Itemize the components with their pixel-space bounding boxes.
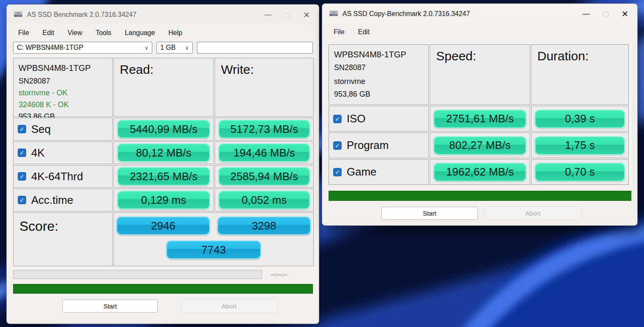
menu-view[interactable]: View <box>63 27 86 39</box>
check-icon: ✓ <box>335 169 340 176</box>
test-size-select[interactable]: 1 GB ∨ <box>156 42 193 54</box>
minimize-button[interactable]: — <box>258 7 278 22</box>
program-duration-cell: 1,75 s <box>531 132 629 158</box>
drive-select[interactable]: C: WPBSN4M8-1TGP ∨ <box>13 42 152 54</box>
iso-speed-value: 2751,61 MB/s <box>434 110 526 128</box>
close-button[interactable]: ✕ <box>615 6 635 22</box>
drive-info-panel: WPBSN4M8-1TGP SN28087 stornvme - OK 3246… <box>13 58 113 117</box>
maximize-button[interactable]: ▢ <box>278 7 297 22</box>
start-button[interactable]: Start <box>62 300 158 313</box>
duration-column-header: Duration: <box>531 44 629 105</box>
svg-text:AS: AS <box>332 11 335 14</box>
4k64-row-label-cell: ✓ 4K-64Thrd <box>13 165 113 188</box>
4k64-read-value: 2321,65 MB/s <box>117 167 210 186</box>
window-title: AS SSD Copy-Benchmark 2.0.7316.34247 <box>342 10 577 18</box>
close-icon: ✕ <box>303 10 310 20</box>
test-size-value: 1 GB <box>160 44 175 51</box>
program-duration-value: 1,75 s <box>535 136 625 155</box>
4k64-write-cell: 2585,94 MB/s <box>215 165 314 188</box>
4k64-label: 4K-64Thrd <box>31 170 83 183</box>
4k-label: 4K <box>31 146 45 159</box>
menu-edit[interactable]: Edit <box>38 27 59 39</box>
menu-file[interactable]: File <box>329 26 349 38</box>
minimize-button[interactable]: — <box>577 6 596 22</box>
comment-input[interactable] <box>197 42 313 54</box>
chevron-down-icon: ∨ <box>141 45 148 51</box>
4k-checkbox[interactable]: ✓ <box>18 149 26 157</box>
game-duration-cell: 0,70 s <box>531 159 629 185</box>
game-row-label-cell: ✓ Game <box>329 159 429 185</box>
menu-tools[interactable]: Tools <box>91 27 116 39</box>
program-label: Program <box>347 139 389 152</box>
check-icon: ✓ <box>335 116 340 122</box>
svg-text:AS: AS <box>17 12 20 14</box>
close-button[interactable]: ✕ <box>297 7 316 22</box>
maximize-icon: ▢ <box>284 11 291 19</box>
game-checkbox[interactable]: ✓ <box>333 168 342 176</box>
abort-button[interactable]: Abort <box>181 300 277 313</box>
menu-language[interactable]: Language <box>120 27 159 39</box>
seq-label: Seq <box>31 123 51 136</box>
eta-label: --:--:-- <box>271 272 288 278</box>
acctime-read-cell: 0,129 ms <box>113 189 214 211</box>
check-icon: ✓ <box>19 197 24 203</box>
game-speed-value: 1962,62 MB/s <box>434 163 526 181</box>
status-bar <box>329 191 631 201</box>
iso-label: ISO <box>347 112 366 125</box>
program-speed-cell: 802,27 MB/s <box>430 132 530 158</box>
check-icon: ✓ <box>335 142 340 149</box>
4k64-write-value: 2585,94 MB/s <box>218 167 310 186</box>
program-speed-value: 802,27 MB/s <box>434 136 526 155</box>
drive-offset-status: 324608 K - OK <box>19 100 108 109</box>
drive-model: WPBSN4M8-1TGP <box>19 63 108 73</box>
window-title: AS SSD Benchmark 2.0.7316.34247 <box>27 11 258 19</box>
score-panel: 2946 3298 7743 <box>113 212 314 266</box>
status-bar <box>13 284 313 294</box>
iso-checkbox[interactable]: ✓ <box>333 115 342 123</box>
button-row: Start Abort <box>322 207 637 220</box>
drive-select-value: C: WPBSN4M8-1TGP <box>17 44 83 51</box>
close-icon: ✕ <box>622 9 629 19</box>
titlebar[interactable]: AS AS SSD Copy-Benchmark 2.0.7316.34247 … <box>322 4 637 24</box>
iso-speed-cell: 2751,61 MB/s <box>430 106 530 132</box>
maximize-icon: ▢ <box>602 10 609 19</box>
4k-write-cell: 194,46 MB/s <box>215 141 314 164</box>
copy-benchmark-table: WPBSN4M8-1TGP SN28087 stornvme 953,86 GB… <box>329 44 631 185</box>
check-icon: ✓ <box>19 126 24 132</box>
seq-row-label-cell: ✓ Seq <box>13 118 113 141</box>
maximize-button[interactable]: ▢ <box>596 6 615 22</box>
progress-row: --:--:-- <box>13 270 313 279</box>
program-checkbox[interactable]: ✓ <box>333 141 342 150</box>
acctime-checkbox[interactable]: ✓ <box>18 196 26 204</box>
start-button[interactable]: Start <box>381 207 478 220</box>
app-drive-icon: AS <box>329 10 338 18</box>
menu-file[interactable]: File <box>13 27 34 39</box>
iso-duration-value: 0,39 s <box>535 110 625 128</box>
button-row: Start Abort <box>7 300 319 313</box>
abort-button[interactable]: Abort <box>485 207 581 220</box>
drive-model: WPBSN4M8-1TGP <box>334 50 424 59</box>
menu-edit[interactable]: Edit <box>353 26 375 38</box>
4k64-checkbox[interactable]: ✓ <box>18 172 26 181</box>
drive-capacity: 953,86 GB <box>334 90 424 99</box>
game-speed-cell: 1962,62 MB/s <box>430 159 530 185</box>
score-write-value: 3298 <box>217 216 311 235</box>
acctime-row-label-cell: ✓ Acc.time <box>13 189 113 211</box>
write-column-header: Write: <box>215 58 314 117</box>
seq-read-value: 5440,99 MB/s <box>117 120 210 138</box>
acctime-write-cell: 0,052 ms <box>215 189 314 211</box>
seq-checkbox[interactable]: ✓ <box>18 125 26 133</box>
iso-duration-cell: 0,39 s <box>531 106 629 132</box>
score-label: Score: <box>13 212 113 266</box>
minimize-icon: — <box>264 11 272 19</box>
drive-driver-status: stornvme - OK <box>19 89 108 97</box>
menubar: File Edit <box>322 24 637 40</box>
iso-row-label-cell: ✓ ISO <box>329 106 429 132</box>
4k64-read-cell: 2321,65 MB/s <box>113 165 214 188</box>
drive-driver: stornvme <box>334 77 424 86</box>
menu-help[interactable]: Help <box>164 27 187 39</box>
program-row-label-cell: ✓ Program <box>329 132 429 158</box>
drive-serial: SN28087 <box>334 63 424 72</box>
check-icon: ✓ <box>19 149 24 156</box>
titlebar[interactable]: AS AS SSD Benchmark 2.0.7316.34247 — ▢ ✕ <box>7 5 319 25</box>
